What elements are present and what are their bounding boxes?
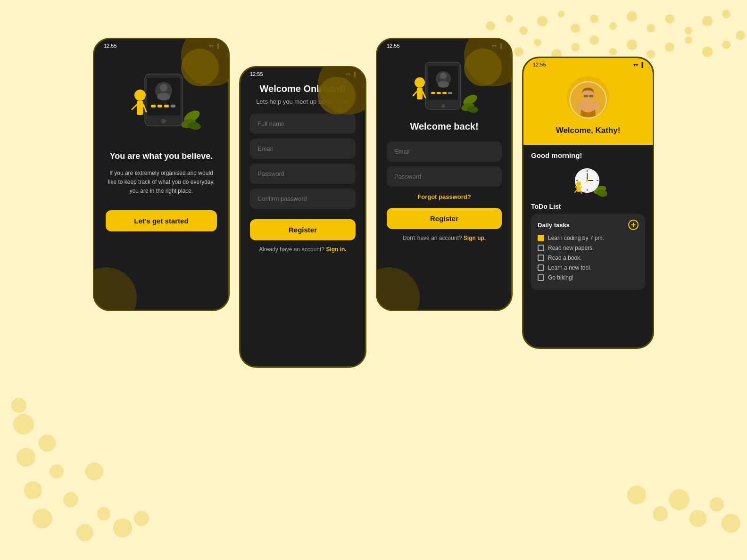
dashboard-header: Welcome, Kathy! bbox=[523, 69, 653, 145]
svg-point-43 bbox=[669, 489, 689, 510]
svg-point-12 bbox=[702, 16, 713, 26]
forgot-password-link[interactable]: Forgot password? bbox=[387, 193, 502, 200]
task-checkbox-5[interactable] bbox=[538, 274, 544, 281]
svg-point-99 bbox=[586, 180, 589, 182]
svg-point-33 bbox=[63, 492, 78, 507]
svg-point-13 bbox=[722, 10, 730, 18]
welcome-back-title: Welcome back! bbox=[387, 121, 502, 132]
confirm-password-input[interactable] bbox=[250, 189, 356, 209]
svg-rect-101 bbox=[577, 186, 580, 192]
get-started-button[interactable]: Let's get started bbox=[106, 210, 217, 231]
svg-point-67 bbox=[440, 73, 447, 79]
welcome-user-text: Welcome, Kathy! bbox=[556, 126, 621, 135]
task-label-5: Go biking! bbox=[548, 274, 573, 281]
svg-rect-54 bbox=[164, 105, 169, 107]
svg-point-28 bbox=[13, 414, 34, 435]
svg-point-37 bbox=[113, 519, 132, 537]
svg-point-100 bbox=[576, 181, 581, 186]
sign-in-link[interactable]: Sign in. bbox=[326, 246, 346, 253]
wifi-icon-4: ▾▾ bbox=[633, 62, 638, 67]
daily-tasks-card: Daily tasks + Learn coding by 7 pm. Read… bbox=[531, 214, 645, 290]
svg-point-74 bbox=[415, 77, 425, 88]
time-4: 12:55 bbox=[533, 62, 546, 67]
svg-point-56 bbox=[134, 90, 146, 101]
svg-line-102 bbox=[575, 189, 577, 192]
svg-point-39 bbox=[11, 398, 26, 413]
svg-line-76 bbox=[413, 91, 417, 96]
svg-line-58 bbox=[132, 105, 137, 109]
svg-point-4 bbox=[558, 11, 564, 17]
svg-point-51 bbox=[157, 93, 170, 100]
email-input-register[interactable] bbox=[250, 139, 356, 159]
status-bar-4: 12:55 ▾▾ ▐ bbox=[523, 58, 653, 69]
task-item-3: Read a book. bbox=[538, 255, 639, 261]
clock-section bbox=[531, 164, 645, 197]
no-account-text: Don't have an account? Sign up. bbox=[387, 235, 502, 241]
time-3: 12:55 bbox=[387, 43, 400, 49]
svg-point-73 bbox=[441, 104, 445, 108]
status-icons-4: ▾▾ ▐ bbox=[633, 62, 643, 67]
svg-point-41 bbox=[627, 486, 646, 504]
task-checkbox-4[interactable] bbox=[538, 264, 544, 271]
register-button-1[interactable]: Register bbox=[250, 219, 356, 240]
svg-point-45 bbox=[710, 497, 724, 511]
svg-point-8 bbox=[627, 11, 637, 22]
svg-point-36 bbox=[97, 507, 110, 520]
full-name-input[interactable] bbox=[250, 114, 356, 134]
task-label-3: Read a book. bbox=[548, 255, 581, 261]
svg-point-38 bbox=[134, 511, 149, 526]
already-have-account-text: Already have an account? Sign in. bbox=[250, 246, 356, 253]
svg-point-50 bbox=[160, 84, 167, 91]
svg-point-40 bbox=[85, 462, 103, 480]
svg-rect-71 bbox=[442, 92, 447, 94]
battery-icon-4: ▐ bbox=[640, 62, 643, 67]
phone-login: 12:55 ▾▾ ▐ bbox=[376, 38, 513, 311]
svg-point-42 bbox=[653, 506, 668, 521]
task-checkbox-1[interactable] bbox=[538, 235, 544, 241]
svg-rect-72 bbox=[448, 92, 452, 94]
svg-line-77 bbox=[423, 91, 425, 98]
phone-dashboard: 12:55 ▾▾ ▐ bbox=[522, 57, 654, 349]
sign-up-link[interactable]: Sign up. bbox=[464, 235, 486, 241]
phone-splash: 12:55 ▾▾ ▐ bbox=[93, 38, 230, 311]
svg-point-31 bbox=[50, 464, 64, 478]
svg-point-44 bbox=[689, 510, 706, 527]
task-item-1: Learn coding by 7 pm. bbox=[538, 235, 639, 241]
svg-rect-70 bbox=[437, 92, 441, 94]
svg-point-1 bbox=[506, 15, 513, 23]
svg-point-32 bbox=[24, 481, 42, 499]
svg-rect-69 bbox=[431, 92, 435, 94]
todo-list-title: ToDo List bbox=[531, 203, 645, 210]
svg-point-63 bbox=[161, 119, 166, 124]
deco-circle-7 bbox=[464, 49, 502, 86]
task-label-2: Read new papers. bbox=[548, 245, 594, 251]
svg-point-35 bbox=[76, 524, 93, 541]
deco-circle-8 bbox=[376, 267, 420, 311]
password-input-register[interactable] bbox=[250, 164, 356, 184]
svg-point-46 bbox=[722, 514, 740, 533]
svg-point-10 bbox=[665, 14, 674, 24]
daily-tasks-title: Daily tasks bbox=[538, 222, 570, 229]
deco-circle-5 bbox=[318, 77, 356, 115]
register-button-2[interactable]: Register bbox=[387, 208, 502, 229]
svg-rect-57 bbox=[137, 101, 143, 115]
avatar-container bbox=[564, 74, 612, 121]
svg-point-68 bbox=[438, 81, 449, 88]
splash-subtitle: If you are extremely organised and would… bbox=[106, 169, 217, 196]
svg-point-27 bbox=[736, 31, 745, 40]
svg-point-30 bbox=[17, 448, 35, 467]
svg-rect-52 bbox=[151, 105, 156, 107]
task-item-4: Learn a new tool. bbox=[538, 264, 639, 271]
task-item-2: Read new papers. bbox=[538, 245, 639, 251]
task-label-4: Learn a new tool. bbox=[548, 264, 591, 271]
email-input-login[interactable] bbox=[387, 141, 502, 162]
add-task-button[interactable]: + bbox=[628, 220, 639, 230]
good-morning-text: Good morning! bbox=[531, 151, 645, 159]
password-input-login[interactable] bbox=[387, 166, 502, 187]
task-checkbox-3[interactable] bbox=[538, 255, 544, 261]
svg-point-6 bbox=[590, 15, 598, 23]
dashboard-body: Good morning! bbox=[523, 145, 653, 316]
splash-illustration bbox=[119, 65, 204, 140]
svg-point-3 bbox=[537, 16, 548, 26]
task-checkbox-2[interactable] bbox=[538, 245, 544, 251]
